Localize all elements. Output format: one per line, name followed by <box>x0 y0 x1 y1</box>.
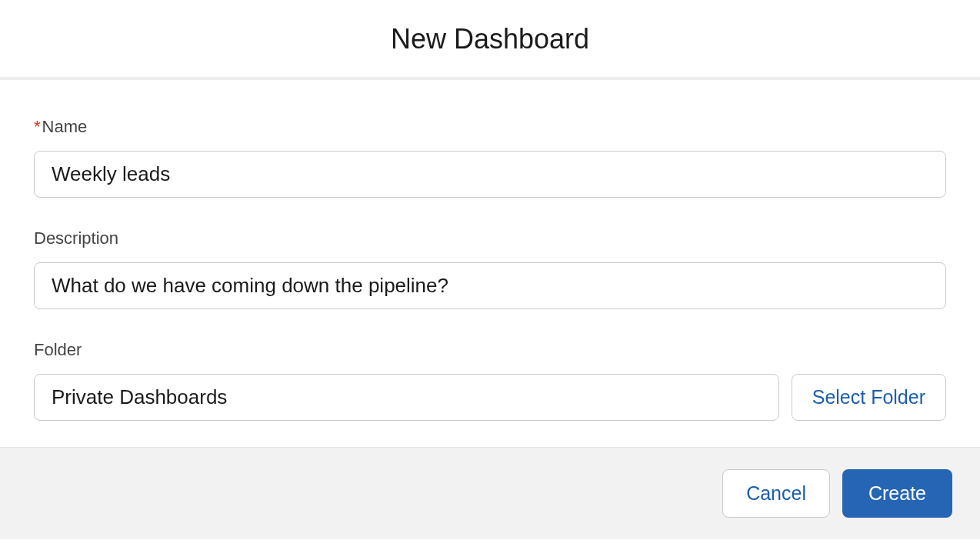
folder-field-group: Folder Select Folder <box>34 340 946 421</box>
cancel-button[interactable]: Cancel <box>722 469 830 518</box>
folder-row: Select Folder <box>34 374 946 421</box>
dialog-header: New Dashboard <box>0 0 980 80</box>
dialog-footer: Cancel Create <box>0 447 980 539</box>
name-field-group: *Name <box>34 117 946 198</box>
description-input[interactable] <box>34 262 946 309</box>
name-input[interactable] <box>34 151 946 198</box>
required-asterisk: * <box>34 117 41 136</box>
name-label: *Name <box>34 117 946 137</box>
description-label: Description <box>34 228 946 248</box>
folder-label: Folder <box>34 340 946 360</box>
dialog-body: *Name Description Folder Select Folder <box>0 80 980 447</box>
create-button[interactable]: Create <box>842 469 952 518</box>
description-field-group: Description <box>34 228 946 309</box>
dialog-title: New Dashboard <box>0 23 980 55</box>
folder-input[interactable] <box>34 374 779 421</box>
name-label-text: Name <box>42 117 88 136</box>
select-folder-button[interactable]: Select Folder <box>792 374 946 421</box>
